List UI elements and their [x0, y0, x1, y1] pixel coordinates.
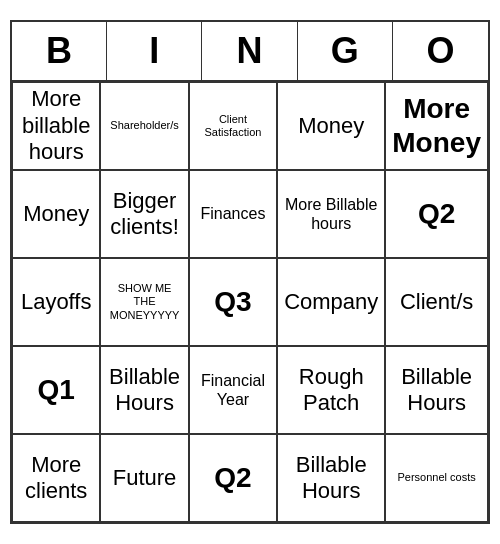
bingo-cell: More Money	[385, 82, 488, 170]
bingo-cell: Money	[12, 170, 100, 258]
header-letter: I	[107, 22, 202, 80]
bingo-cell: SHOW ME THE MONEYYYYY	[100, 258, 188, 346]
bingo-cell: Financial Year	[189, 346, 277, 434]
header-letter: O	[393, 22, 488, 80]
bingo-cell: Finances	[189, 170, 277, 258]
header-letter: B	[12, 22, 107, 80]
bingo-cell: Future	[100, 434, 188, 522]
bingo-cell: Rough Patch	[277, 346, 385, 434]
bingo-header: BINGO	[12, 22, 488, 82]
bingo-cell: Client/s	[385, 258, 488, 346]
bingo-cell: Shareholder/s	[100, 82, 188, 170]
header-letter: N	[202, 22, 297, 80]
bingo-cell: More Billable hours	[277, 170, 385, 258]
bingo-card: BINGO More billable hoursShareholder/sCl…	[10, 20, 490, 524]
bingo-cell: Q3	[189, 258, 277, 346]
bingo-cell: Q1	[12, 346, 100, 434]
bingo-cell: Billable Hours	[385, 346, 488, 434]
bingo-cell: Money	[277, 82, 385, 170]
bingo-cell: Client Satisfaction	[189, 82, 277, 170]
bingo-cell: Bigger clients!	[100, 170, 188, 258]
bingo-cell: Q2	[385, 170, 488, 258]
bingo-cell: Layoffs	[12, 258, 100, 346]
bingo-cell: Company	[277, 258, 385, 346]
bingo-cell: More clients	[12, 434, 100, 522]
header-letter: G	[298, 22, 393, 80]
bingo-cell: Billable Hours	[100, 346, 188, 434]
bingo-grid: More billable hoursShareholder/sClient S…	[12, 82, 488, 522]
bingo-cell: Personnel costs	[385, 434, 488, 522]
bingo-cell: More billable hours	[12, 82, 100, 170]
bingo-cell: Billable Hours	[277, 434, 385, 522]
bingo-cell: Q2	[189, 434, 277, 522]
